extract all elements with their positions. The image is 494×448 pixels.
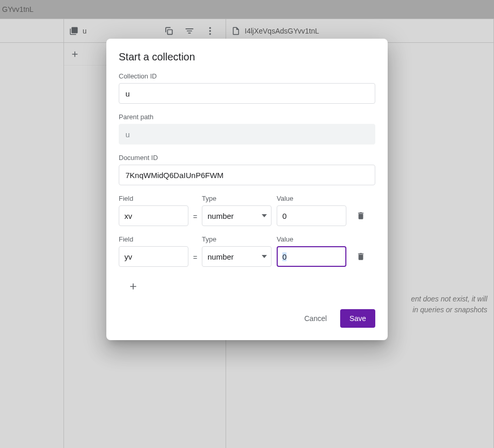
document-id-label: Document ID bbox=[119, 154, 375, 162]
field-name-input[interactable] bbox=[119, 246, 188, 267]
cancel-button[interactable]: Cancel bbox=[295, 309, 336, 328]
type-select-value: number bbox=[208, 252, 234, 261]
modal-overlay: Start a collection Collection ID Parent … bbox=[0, 0, 494, 448]
type-select-value: number bbox=[208, 212, 234, 220]
delete-field-button[interactable] bbox=[353, 205, 369, 226]
chevron-down-icon bbox=[262, 255, 267, 258]
field-row: Field = Type number Value bbox=[119, 195, 375, 226]
equals-sign: = bbox=[188, 253, 202, 267]
parent-path-input bbox=[119, 124, 375, 145]
field-row: Field = Type number Value 0 bbox=[119, 235, 375, 267]
type-select[interactable]: number bbox=[202, 246, 272, 267]
field-name-input[interactable] bbox=[119, 205, 188, 226]
start-collection-dialog: Start a collection Collection ID Parent … bbox=[106, 39, 388, 340]
field-value-selected-text: 0 bbox=[282, 252, 286, 261]
chevron-down-icon bbox=[262, 214, 267, 217]
dialog-title: Start a collection bbox=[119, 51, 375, 63]
type-label: Type bbox=[202, 195, 272, 202]
dialog-actions: Cancel Save bbox=[119, 309, 375, 328]
add-field-button[interactable] bbox=[123, 276, 144, 297]
type-label: Type bbox=[202, 235, 272, 243]
collection-id-label: Collection ID bbox=[119, 72, 375, 80]
field-value-input[interactable] bbox=[277, 205, 346, 226]
parent-path-label: Parent path bbox=[119, 113, 375, 121]
save-button[interactable]: Save bbox=[340, 309, 375, 328]
collection-id-input[interactable] bbox=[119, 83, 375, 104]
value-label: Value bbox=[277, 195, 346, 202]
delete-field-button[interactable] bbox=[353, 246, 369, 267]
field-value-input[interactable]: 0 bbox=[277, 246, 346, 267]
field-label: Field bbox=[119, 235, 188, 243]
type-select[interactable]: number bbox=[202, 205, 272, 226]
document-id-input[interactable] bbox=[119, 165, 375, 185]
field-label: Field bbox=[119, 195, 188, 202]
value-label: Value bbox=[277, 235, 346, 243]
equals-sign: = bbox=[188, 213, 202, 226]
